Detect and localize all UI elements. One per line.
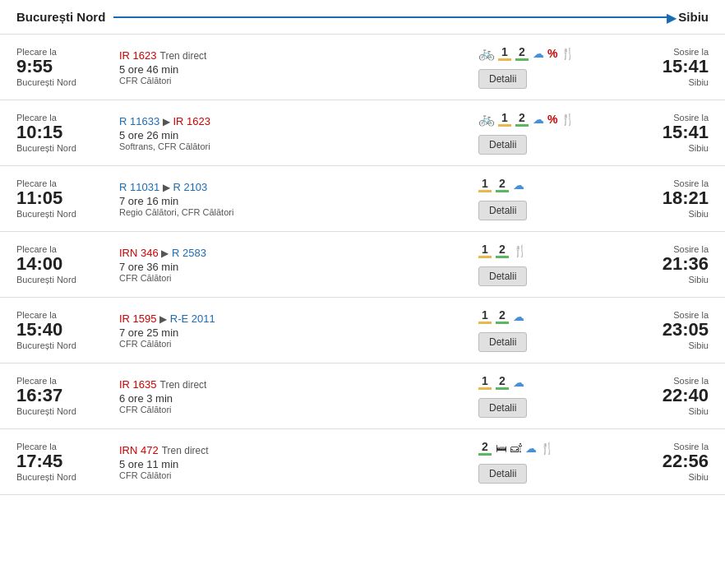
train-name: IR 1595 ▶ R-E 2011 bbox=[119, 313, 466, 325]
duration: 6 ore 3 min bbox=[119, 392, 466, 405]
train-number: IR 1595 bbox=[119, 313, 157, 325]
train-row: Plecare la 10:15 București Nord R 11633 … bbox=[0, 100, 725, 166]
departure-col: Plecare la 9:55 București Nord bbox=[16, 47, 107, 86]
operator: CFR Călători bbox=[119, 405, 466, 414]
departure-col: Plecare la 11:05 București Nord bbox=[16, 178, 107, 218]
train-number: IR 1635 bbox=[119, 378, 157, 391]
arrive-station: Sibiu bbox=[643, 406, 709, 416]
train-info-col: IRN 346 ▶ R 2583 7 ore 36 min CFR Călăto… bbox=[107, 247, 478, 283]
duration: 7 ore 25 min bbox=[119, 326, 466, 339]
arrive-station: Sibiu bbox=[643, 340, 709, 350]
header-from: București Nord bbox=[16, 10, 105, 24]
arrival-col: Sosire la 22:40 Sibiu bbox=[643, 376, 709, 415]
sleeper-icon: 🛏 bbox=[496, 442, 507, 455]
arrival-col: Sosire la 15:41 Sibiu bbox=[643, 47, 709, 86]
arrival-col: Sosire la 21:36 Sibiu bbox=[643, 244, 709, 284]
depart-station: București Nord bbox=[16, 406, 107, 416]
wifi-icon: ☁ bbox=[525, 442, 537, 455]
percent-icon: % bbox=[547, 113, 557, 126]
connection-arrow: ▶ bbox=[163, 182, 170, 193]
header-arrow bbox=[113, 16, 670, 18]
connection-train: R-E 2011 bbox=[170, 313, 215, 325]
duration: 7 ore 36 min bbox=[119, 261, 466, 273]
amenities-col: 12☁ Detalii bbox=[478, 374, 643, 418]
arrival-col: Sosire la 15:41 Sibiu bbox=[643, 113, 709, 152]
food-icon: 🍴 bbox=[561, 47, 575, 60]
train-number: IRN 346 bbox=[119, 247, 159, 259]
depart-station: București Nord bbox=[16, 143, 107, 153]
connection-train: R 2103 bbox=[173, 181, 207, 193]
departure-col: Plecare la 16:37 București Nord bbox=[16, 376, 107, 415]
train-row: Plecare la 15:40 București Nord IR 1595 … bbox=[0, 298, 725, 363]
train-info-col: IR 1595 ▶ R-E 2011 7 ore 25 min CFR Călă… bbox=[107, 313, 478, 349]
operator: CFR Călători bbox=[119, 273, 466, 283]
details-button[interactable]: Detalii bbox=[478, 135, 527, 155]
depart-time: 11:05 bbox=[16, 188, 107, 208]
train-row: Plecare la 16:37 București Nord IR 1635T… bbox=[0, 363, 725, 429]
train-row: Plecare la 14:00 București Nord IRN 346 … bbox=[0, 232, 725, 298]
depart-time: 14:00 bbox=[16, 254, 107, 274]
details-button[interactable]: Detalii bbox=[478, 464, 527, 484]
arrive-station: Sibiu bbox=[643, 77, 709, 87]
arrive-station: Sibiu bbox=[643, 143, 709, 153]
amenities-col: 12🍴 Detalii bbox=[478, 243, 643, 286]
connection-arrow: ▶ bbox=[159, 313, 167, 325]
wifi-icon: ☁ bbox=[513, 178, 524, 192]
percent-icon: % bbox=[547, 47, 557, 60]
train-row: Plecare la 11:05 București Nord R 11031 … bbox=[0, 166, 725, 232]
arrive-time: 22:56 bbox=[643, 451, 709, 471]
arrive-time: 22:40 bbox=[643, 386, 709, 405]
amenities-col: 12☁ Detalii bbox=[478, 177, 643, 220]
train-info-col: IR 1635Tren direct 6 ore 3 min CFR Călăt… bbox=[107, 378, 478, 414]
train-number: IRN 472 bbox=[119, 444, 159, 456]
details-button[interactable]: Detalii bbox=[478, 69, 527, 89]
train-name: IR 1623Tren direct bbox=[119, 49, 466, 62]
train-name: IR 1635Tren direct bbox=[119, 378, 466, 391]
connection-train: IR 1623 bbox=[173, 115, 210, 127]
train-list: Plecare la 9:55 București Nord IR 1623Tr… bbox=[0, 34, 725, 495]
departure-col: Plecare la 17:45 București Nord bbox=[16, 442, 107, 481]
header: București Nord Sibiu bbox=[0, 0, 725, 34]
train-name: IRN 346 ▶ R 2583 bbox=[119, 247, 466, 259]
food-icon: 🍴 bbox=[561, 113, 575, 126]
arrival-col: Sosire la 23:05 Sibiu bbox=[643, 310, 709, 350]
depart-station: București Nord bbox=[16, 209, 107, 219]
wifi-icon: ☁ bbox=[533, 113, 544, 126]
operator: CFR Călători bbox=[119, 76, 466, 86]
train-name: R 11633 ▶ IR 1623 bbox=[119, 115, 466, 127]
details-button[interactable]: Detalii bbox=[478, 266, 527, 286]
departure-col: Plecare la 14:00 București Nord bbox=[16, 244, 107, 284]
operator: Softrans, CFR Călători bbox=[119, 141, 466, 151]
depart-station: București Nord bbox=[16, 340, 107, 350]
duration: 7 ore 16 min bbox=[119, 195, 466, 207]
arrive-station: Sibiu bbox=[643, 209, 709, 219]
amenities-col: 12☁ Detalii bbox=[478, 308, 643, 352]
train-row: Plecare la 17:45 București Nord IRN 472T… bbox=[0, 429, 725, 495]
arrival-col: Sosire la 18:21 Sibiu bbox=[643, 178, 709, 218]
food-icon: 🍴 bbox=[540, 442, 554, 455]
operator: CFR Călători bbox=[119, 339, 466, 349]
bike-icon: 🚲 bbox=[478, 111, 495, 127]
train-info-col: IR 1623Tren direct 5 ore 46 min CFR Călă… bbox=[107, 49, 478, 86]
direct-label: Tren direct bbox=[162, 445, 209, 456]
train-name: R 11031 ▶ R 2103 bbox=[119, 181, 466, 193]
arrive-time: 15:41 bbox=[643, 57, 709, 76]
details-button[interactable]: Detalii bbox=[478, 398, 527, 418]
food-icon: 🍴 bbox=[513, 244, 527, 257]
train-number: R 11031 bbox=[119, 181, 159, 193]
duration: 5 ore 46 min bbox=[119, 63, 466, 76]
duration: 5 ore 26 min bbox=[119, 129, 466, 141]
amenities-col: 🚲12☁%🍴 Detalii bbox=[478, 111, 643, 155]
connection-train: R 2583 bbox=[172, 247, 206, 259]
arrive-station: Sibiu bbox=[643, 275, 709, 285]
details-button[interactable]: Detalii bbox=[478, 201, 527, 220]
header-to: Sibiu bbox=[678, 10, 709, 24]
depart-station: București Nord bbox=[16, 77, 107, 87]
arrive-time: 15:41 bbox=[643, 123, 709, 142]
arrive-station: Sibiu bbox=[643, 472, 709, 482]
depart-time: 15:40 bbox=[16, 320, 107, 340]
arrive-time: 18:21 bbox=[643, 188, 709, 208]
depart-time: 9:55 bbox=[16, 57, 107, 76]
details-button[interactable]: Detalii bbox=[478, 332, 527, 352]
wifi-icon: ☁ bbox=[533, 47, 544, 60]
